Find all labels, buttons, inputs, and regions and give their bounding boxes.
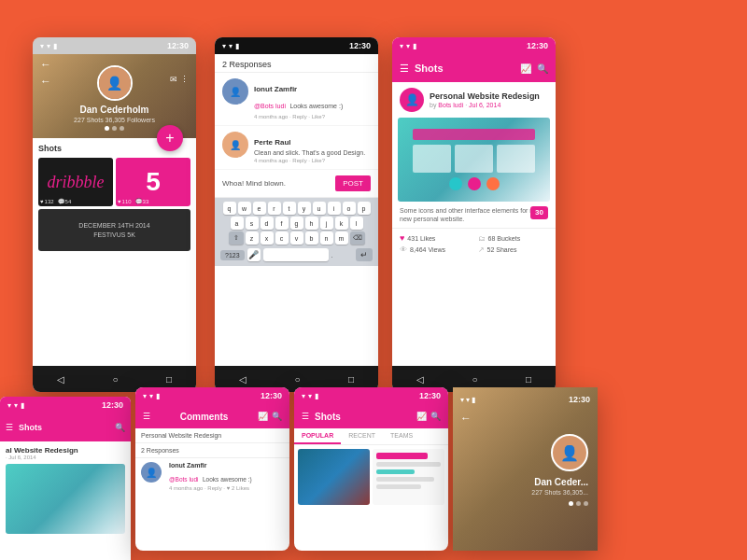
- key-h[interactable]: h: [305, 217, 318, 230]
- meta-b2: 4 months ago · Reply · ♥ 2 Likes: [169, 485, 252, 491]
- back-button[interactable]: ←: [40, 58, 51, 71]
- shot-city[interactable]: [298, 449, 370, 505]
- wifi-b2: ▾: [149, 392, 153, 400]
- shot-thumb-dribbble[interactable]: dribbble ♥ 132 💬 54: [38, 158, 113, 206]
- back-b4[interactable]: ←: [460, 412, 472, 425]
- search-b2[interactable]: 🔍: [272, 412, 282, 421]
- key-d[interactable]: d: [261, 217, 274, 230]
- shots-grid-b3: [294, 445, 448, 509]
- responses-b2: 2 Responses: [135, 443, 289, 458]
- more-options-icon[interactable]: ⋮: [180, 75, 189, 84]
- nav-home-3[interactable]: ○: [472, 374, 477, 385]
- key-i[interactable]: i: [328, 202, 341, 215]
- dot-b4-2: [576, 501, 581, 506]
- hamburger-icon[interactable]: ☰: [400, 63, 409, 75]
- key-shift[interactable]: ⇧: [229, 231, 244, 245]
- key-u[interactable]: u: [313, 202, 326, 215]
- comment-avatar-1: 👤: [222, 78, 248, 105]
- key-v[interactable]: v: [290, 231, 303, 245]
- nav-back-3[interactable]: ◁: [416, 374, 424, 385]
- search-b3[interactable]: 🔍: [430, 412, 441, 421]
- dot-b4-3: [584, 501, 588, 506]
- nav-square-1[interactable]: □: [166, 374, 172, 385]
- nav-home-1[interactable]: ○: [112, 374, 118, 385]
- chart-b2[interactable]: 📈: [258, 412, 268, 421]
- sub-b1: · Jul 6, 2014: [6, 455, 125, 460]
- key-k[interactable]: k: [335, 217, 348, 230]
- dots-b4: [569, 501, 588, 506]
- nav-home-2[interactable]: ○: [294, 374, 300, 385]
- period-dot[interactable]: .: [331, 252, 333, 259]
- battery-b3: ▮: [315, 392, 318, 400]
- shot-stats-2: ♥ 110 💬 33: [118, 198, 148, 204]
- tabs-b3: POPULAR RECENT TEAMS: [294, 428, 448, 445]
- time-b4: 12:30: [569, 395, 590, 404]
- key-s[interactable]: s: [246, 217, 259, 230]
- comment-username-1: Ionut Zamfir: [254, 85, 297, 93]
- profile-dots: [105, 126, 124, 131]
- hamburger-b2[interactable]: ☰: [143, 412, 150, 421]
- key-space[interactable]: [263, 248, 329, 261]
- wifi-b3: ▾: [308, 392, 312, 400]
- key-n[interactable]: n: [320, 231, 333, 245]
- key-q[interactable]: q: [223, 202, 236, 215]
- key-t[interactable]: t: [283, 202, 296, 215]
- key-backspace[interactable]: ⌫: [350, 231, 365, 245]
- app-bar-pink: ☰ Shots 📈 🔍: [392, 54, 556, 82]
- nav-back-1[interactable]: ◁: [57, 374, 64, 385]
- shot-thumb-number5[interactable]: 5 ♥ 110 💬 33: [116, 158, 190, 206]
- key-f[interactable]: f: [275, 217, 289, 230]
- nav-square-3[interactable]: □: [526, 374, 531, 385]
- key-enter[interactable]: ↵: [356, 248, 373, 261]
- shot-ux[interactable]: [373, 449, 444, 505]
- comment-username-2: Perte Raul: [254, 138, 291, 147]
- key-w[interactable]: w: [238, 202, 251, 215]
- nav-square-2[interactable]: □: [348, 374, 354, 385]
- key-mic[interactable]: 🎤: [247, 248, 261, 261]
- status-bar-b2: ▾ ▾ ▮ 12:30: [135, 387, 289, 404]
- shot-thumb-festivus[interactable]: DECEMBER 14TH 2014FESTIVUS 5K: [38, 209, 190, 251]
- chart-icon[interactable]: 📈: [520, 63, 531, 74]
- views-count: 8,464 Views: [410, 246, 445, 253]
- key-c[interactable]: c: [275, 231, 289, 245]
- profile-avatar[interactable]: 👤: [97, 65, 133, 101]
- post-button[interactable]: POST: [335, 175, 371, 191]
- key-l[interactable]: l: [350, 217, 363, 230]
- key-p[interactable]: p: [358, 202, 371, 215]
- profile-content-b4: 👤 Dan Ceder... 227 Shots 36,305...: [453, 387, 598, 515]
- key-x[interactable]: x: [261, 231, 274, 245]
- key-m[interactable]: m: [335, 231, 348, 245]
- shot-user-avatar[interactable]: 👤: [400, 88, 424, 112]
- shot-stats-1: ♥ 132 💬 54: [40, 198, 71, 204]
- fab-add-button[interactable]: +: [157, 125, 183, 151]
- comment-input[interactable]: [222, 179, 331, 188]
- status-bar-b3: ▾ ▾ ▮ 12:30: [294, 387, 448, 404]
- app-bar-title: Shots: [415, 63, 514, 74]
- tab-recent[interactable]: RECENT: [341, 428, 383, 444]
- hamburger-b3[interactable]: ☰: [302, 412, 309, 421]
- shot-image-content: [398, 118, 550, 202]
- key-e[interactable]: e: [253, 202, 266, 215]
- key-g[interactable]: g: [290, 217, 303, 230]
- key-o[interactable]: o: [343, 202, 356, 215]
- chart-b3[interactable]: 📈: [416, 412, 427, 421]
- key-z[interactable]: z: [246, 231, 259, 245]
- comment-item-1: 👤 Ionut Zamfir @Bots ludi Looks awesome …: [215, 73, 378, 126]
- time-b2: 12:30: [261, 391, 282, 400]
- key-num[interactable]: ?123: [220, 250, 245, 260]
- tab-popular[interactable]: POPULAR: [294, 428, 341, 444]
- shares-count: 52 Shares: [487, 246, 517, 253]
- key-a[interactable]: a: [231, 217, 244, 230]
- signal-b2: ▾: [143, 392, 147, 400]
- envelope-icon[interactable]: ✉: [170, 75, 177, 84]
- key-j[interactable]: j: [320, 217, 333, 230]
- hamburger-b1[interactable]: ☰: [6, 423, 13, 432]
- metric-row-1: ♥ 431 Likes 🗂 68 Buckets: [400, 233, 548, 243]
- search-b1[interactable]: 🔍: [115, 423, 125, 432]
- search-icon[interactable]: 🔍: [537, 63, 548, 74]
- nav-back-2[interactable]: ◁: [239, 374, 247, 385]
- tab-teams[interactable]: TEAMS: [383, 428, 420, 444]
- key-b[interactable]: b: [305, 231, 318, 245]
- key-r[interactable]: r: [268, 202, 281, 215]
- key-y[interactable]: y: [298, 202, 311, 215]
